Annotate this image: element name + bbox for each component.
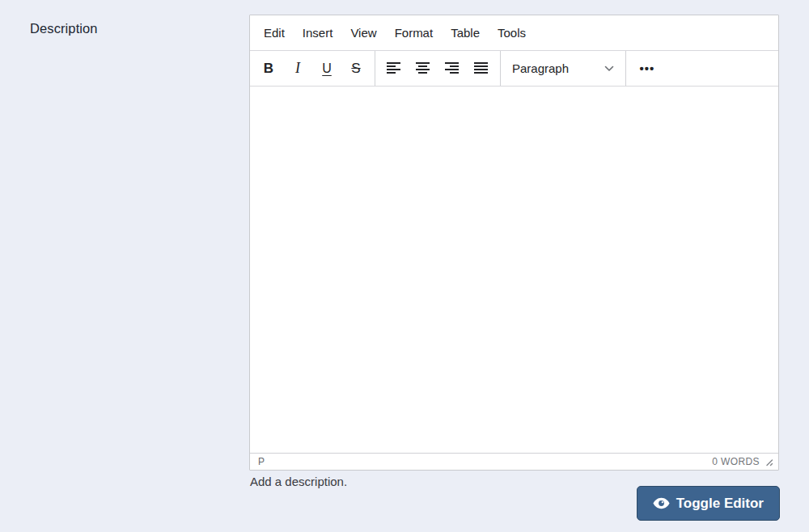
editor-statusbar: P 0 WORDS	[250, 453, 778, 470]
align-left-icon	[387, 62, 401, 74]
bold-icon: B	[264, 61, 273, 77]
resize-handle[interactable]	[763, 456, 775, 468]
menu-tools[interactable]: Tools	[491, 21, 532, 44]
align-justify-button[interactable]	[467, 55, 496, 82]
strikethrough-button[interactable]: S	[341, 55, 371, 82]
paragraph-format-select[interactable]: Paragraph	[505, 55, 621, 82]
align-left-button[interactable]	[379, 55, 409, 82]
align-justify-icon	[474, 62, 489, 74]
italic-icon: I	[295, 60, 300, 77]
chevron-down-icon	[604, 65, 614, 72]
underline-button[interactable]: U	[312, 55, 341, 82]
paragraph-format-label: Paragraph	[512, 61, 569, 75]
eye-icon	[653, 497, 670, 509]
description-help-text: Add a description.	[250, 475, 347, 488]
word-count[interactable]: 0 WORDS	[712, 456, 760, 467]
align-right-icon	[445, 62, 460, 74]
resize-grip-icon	[765, 458, 773, 467]
toolbar-group-alignment	[375, 51, 501, 86]
editor-toolbar: B I U S	[250, 51, 778, 87]
align-right-button[interactable]	[438, 55, 467, 82]
rich-text-editor: Edit Insert View Format Table Tools B I …	[249, 15, 779, 471]
toolbar-group-text-style: B I U S	[250, 51, 375, 86]
menu-table[interactable]: Table	[444, 21, 486, 44]
align-center-button[interactable]	[409, 55, 438, 82]
toolbar-group-more: •••	[626, 51, 668, 86]
element-path[interactable]: P	[258, 456, 265, 467]
editor-menubar: Edit Insert View Format Table Tools	[250, 15, 778, 51]
editor-content-area[interactable]	[250, 87, 778, 453]
toolbar-group-format: Paragraph	[501, 51, 626, 86]
underline-icon: U	[322, 61, 332, 76]
menu-edit[interactable]: Edit	[257, 21, 291, 44]
menu-format[interactable]: Format	[388, 21, 440, 44]
align-center-icon	[416, 62, 430, 74]
menu-insert[interactable]: Insert	[296, 21, 340, 44]
strikethrough-icon: S	[351, 61, 360, 77]
italic-button[interactable]: I	[283, 55, 312, 82]
toggle-editor-label: Toggle Editor	[676, 496, 764, 512]
menu-view[interactable]: View	[344, 21, 383, 44]
more-toolbar-button[interactable]: •••	[630, 55, 664, 82]
ellipsis-icon: •••	[640, 61, 655, 75]
bold-button[interactable]: B	[254, 55, 283, 82]
description-field-label: Description	[30, 21, 98, 36]
toggle-editor-button[interactable]: Toggle Editor	[637, 486, 780, 521]
